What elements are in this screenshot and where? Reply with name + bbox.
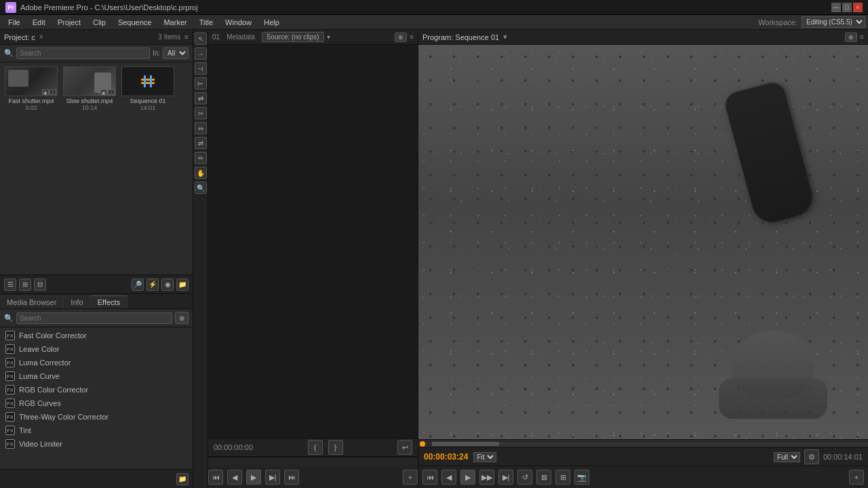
project-new-bin[interactable]: 📁 bbox=[176, 279, 189, 291]
source-insert[interactable]: ↩ bbox=[397, 440, 412, 455]
project-magnify[interactable]: 🔎 bbox=[132, 279, 144, 291]
program-mark-in[interactable]: ⏮ bbox=[422, 470, 437, 485]
program-safe-margins[interactable]: ⊠ bbox=[536, 470, 551, 485]
ripple-edit-tool[interactable]: ⊣ bbox=[195, 62, 207, 75]
menu-title[interactable]: Title bbox=[194, 17, 218, 28]
hand-tool[interactable]: ✋ bbox=[195, 167, 207, 179]
track-select-tool[interactable]: → bbox=[195, 47, 207, 60]
project-automate[interactable]: ⚡ bbox=[146, 279, 159, 291]
program-settings[interactable]: ⚙ bbox=[804, 449, 819, 464]
program-panel: Program: Sequence 01 ▾ ⊕ ≡ bbox=[418, 30, 868, 488]
project-panel-close[interactable]: × bbox=[39, 33, 43, 41]
program-play[interactable]: ▶ bbox=[460, 470, 475, 485]
source-title: Source: (no clips) bbox=[262, 32, 324, 42]
source-metadata-tab[interactable]: Metadata bbox=[222, 33, 259, 41]
effect-three-way[interactable]: FX Three-Way Color Corrector bbox=[0, 410, 193, 424]
source-panel-settings[interactable]: ⊕ bbox=[395, 33, 407, 42]
program-add-marker[interactable]: + bbox=[849, 470, 864, 485]
effect-icon2: FX bbox=[5, 344, 15, 354]
tab-info[interactable]: Info bbox=[64, 296, 90, 308]
full-select[interactable]: Full bbox=[774, 452, 800, 462]
source-panel: 01 Metadata Source: (no clips) ▾ ⊕ ≡ 00:… bbox=[208, 30, 418, 488]
project-icon-view[interactable]: ⊞ bbox=[19, 279, 31, 291]
menu-clip[interactable]: Clip bbox=[87, 17, 111, 28]
tab-effects[interactable]: Effects bbox=[91, 296, 127, 308]
effect-icon6: FX bbox=[5, 399, 15, 408]
right-panel: Program: Sequence 01 ▾ ⊕ ≡ bbox=[418, 30, 868, 488]
slip-tool[interactable]: ⇔ bbox=[195, 122, 207, 134]
menu-bar: File Edit Project Clip Sequence Marker T… bbox=[0, 15, 868, 30]
source-step-back[interactable]: ◀ bbox=[227, 470, 242, 485]
selection-tool[interactable]: ↖ bbox=[195, 33, 207, 45]
program-play-out[interactable]: ▶▶ bbox=[479, 470, 494, 485]
close-button[interactable]: × bbox=[853, 3, 863, 12]
fit-select[interactable]: Fit bbox=[473, 452, 496, 462]
title-bar: Pr Adobe Premiere Pro - C:\Users\User\De… bbox=[0, 0, 868, 15]
source-panel-menu[interactable]: ≡ bbox=[410, 33, 414, 41]
effect-label2: Leave Color bbox=[19, 345, 59, 353]
effects-search-input[interactable] bbox=[16, 312, 172, 324]
effect-rgb-color-corrector[interactable]: FX RGB Color Corrector bbox=[0, 383, 193, 396]
program-panel-settings[interactable]: ⊕ bbox=[845, 33, 857, 42]
effects-new-custom-bin[interactable]: ⊕ bbox=[175, 312, 189, 324]
source-go-to-in[interactable]: ⏮ bbox=[208, 470, 223, 485]
project-find[interactable]: ◉ bbox=[161, 279, 174, 291]
program-step-back[interactable]: ◀ bbox=[441, 470, 456, 485]
source-go-to-out[interactable]: ⏭ bbox=[284, 470, 299, 485]
slide-tool[interactable]: ⇌ bbox=[195, 137, 207, 149]
program-export-frame[interactable]: 📷 bbox=[574, 470, 589, 485]
program-loop[interactable]: ↺ bbox=[517, 470, 532, 485]
source-play[interactable]: ▶ bbox=[246, 470, 261, 485]
program-panel-menu[interactable]: ≡ bbox=[860, 33, 864, 41]
program-dropdown[interactable]: ▾ bbox=[503, 33, 507, 41]
effect-icon4: FX bbox=[5, 371, 15, 381]
menu-file[interactable]: File bbox=[3, 17, 26, 28]
program-timeline-bar bbox=[418, 439, 868, 447]
effect-tint[interactable]: FX Tint bbox=[0, 424, 193, 437]
menu-sequence[interactable]: Sequence bbox=[113, 17, 157, 28]
effect-video-limiter[interactable]: FX Video Limiter bbox=[0, 437, 193, 451]
source-mark-in[interactable]: { bbox=[308, 440, 323, 455]
minimize-button[interactable]: — bbox=[831, 3, 841, 12]
effect-leave-color[interactable]: FX Leave Color bbox=[0, 342, 193, 356]
project-list-view[interactable]: ☰ bbox=[4, 279, 16, 291]
source-dropdown[interactable]: ▾ bbox=[327, 33, 330, 41]
menu-edit[interactable]: Edit bbox=[27, 17, 51, 28]
workspace-select[interactable]: Editing (CS5.5) bbox=[802, 16, 865, 28]
audio-thumb-icon2: ♪ bbox=[108, 89, 115, 95]
effect-fast-color-corrector[interactable]: FX Fast Color Corrector bbox=[0, 329, 193, 342]
svg-rect-0 bbox=[141, 79, 155, 81]
rate-stretch-tool[interactable]: ⇄ bbox=[195, 92, 207, 104]
left-vertical-toolbar: ↖ → ⊣ ⊢ ⇄ ✂ ⇔ ⇌ ✏ ✋ 🔍 bbox=[193, 30, 208, 488]
menu-help[interactable]: Help bbox=[258, 17, 285, 28]
menu-project[interactable]: Project bbox=[52, 17, 86, 28]
effect-luma-curve[interactable]: FX Luma Curve bbox=[0, 369, 193, 383]
program-duration: 00:00:14:01 bbox=[823, 453, 863, 461]
source-step-fwd[interactable]: ▶| bbox=[265, 470, 280, 485]
project-item-fast-shutter[interactable]: ▣ ♪ Fast shutter.mp4 3:02 bbox=[4, 66, 58, 270]
project-search-input[interactable] bbox=[16, 47, 150, 59]
fast-shutter-duration: 3:02 bbox=[25, 104, 37, 111]
program-step-fwd[interactable]: ▶| bbox=[498, 470, 513, 485]
rolling-edit-tool[interactable]: ⊢ bbox=[195, 77, 207, 89]
project-item-slow-shutter[interactable]: ▣ ♪ Slow shutter.mp4 10:14 bbox=[62, 66, 117, 270]
menu-window[interactable]: Window bbox=[220, 17, 257, 28]
program-output[interactable]: ⊞ bbox=[555, 470, 570, 485]
razor-tool[interactable]: ✂ bbox=[195, 107, 207, 119]
pen-tool[interactable]: ✏ bbox=[195, 152, 207, 164]
effect-luma-corrector[interactable]: FX Luma Corrector bbox=[0, 356, 193, 369]
program-panel-header: Program: Sequence 01 ▾ ⊕ ≡ bbox=[418, 30, 868, 45]
source-mark-out[interactable]: } bbox=[328, 440, 343, 455]
project-item-sequence01[interactable]: Sequence 01 14:01 bbox=[121, 66, 175, 270]
project-panel-menu-icon[interactable]: ≡ bbox=[184, 33, 189, 41]
effects-folder-icon[interactable]: 📁 bbox=[176, 473, 189, 485]
project-freeform-view[interactable]: ⊟ bbox=[34, 279, 46, 291]
effects-panel-footer: 📁 bbox=[0, 469, 193, 488]
menu-marker[interactable]: Marker bbox=[158, 17, 192, 28]
in-select[interactable]: All bbox=[163, 47, 189, 59]
maximize-button[interactable]: □ bbox=[842, 3, 852, 12]
effect-rgb-curves[interactable]: FX RGB Curves bbox=[0, 396, 193, 410]
zoom-tool[interactable]: 🔍 bbox=[195, 182, 207, 194]
tab-media-browser[interactable]: Media Browser bbox=[0, 296, 64, 308]
source-add-marker[interactable]: + bbox=[403, 470, 418, 485]
